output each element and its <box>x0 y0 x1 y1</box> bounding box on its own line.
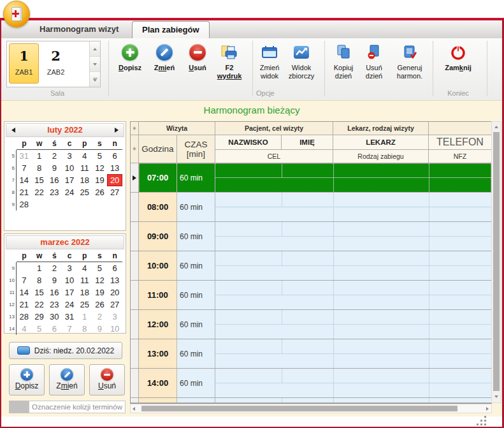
duration-cell[interactable]: 60 min <box>177 222 215 251</box>
header-rodzaj-zabiegu[interactable]: Rodzaj zabiegu <box>333 150 429 163</box>
appointment-cells[interactable] <box>215 251 491 280</box>
header-godzina[interactable]: Godzina <box>139 135 177 163</box>
generuj-harmonogram-button[interactable]: Generujharmon. <box>389 42 431 80</box>
calendar-day[interactable]: 16 <box>47 174 62 186</box>
scroll-right-icon[interactable] <box>486 404 489 413</box>
schedule-row[interactable]: 08:0060 min <box>131 193 491 222</box>
calendar-day[interactable]: 12 <box>92 274 108 286</box>
calendar-day[interactable]: 17 <box>62 174 77 186</box>
schedule-row[interactable]: 11:0060 min <box>131 281 491 310</box>
duration-cell[interactable]: 60 min <box>177 163 215 192</box>
time-cell[interactable]: 10:00 <box>139 251 177 280</box>
dropdown-button[interactable] <box>90 72 100 87</box>
calendar-day[interactable]: 11 <box>77 162 92 174</box>
appointment-cells[interactable] <box>215 369 491 397</box>
horizontal-scroll-thumb[interactable] <box>141 406 457 411</box>
calendar-day[interactable]: 1 <box>32 262 47 274</box>
calendar-day[interactable]: 18 <box>77 174 92 186</box>
time-cell[interactable] <box>139 398 177 402</box>
calendar-day[interactable]: 17 <box>62 286 77 299</box>
scroll-down-icon[interactable] <box>492 393 501 401</box>
calendar-day[interactable]: 28 <box>17 198 32 210</box>
schedule-row[interactable]: 09:0060 min <box>131 222 491 251</box>
time-cell[interactable]: 11:00 <box>139 281 177 309</box>
calendar-day[interactable]: 19 <box>92 174 108 186</box>
calendar-day[interactable]: 9 <box>47 274 62 286</box>
calendar-day[interactable]: 2 <box>47 150 62 162</box>
tab-harmonogram-wizyt[interactable]: Harmonogram wizyt <box>40 20 119 38</box>
time-cell[interactable]: 13:00 <box>139 339 177 368</box>
calendar-day[interactable]: 7 <box>62 323 77 335</box>
calendar-day[interactable]: 1 <box>77 311 92 323</box>
calendar-day[interactable]: 26 <box>92 186 108 198</box>
time-cell[interactable]: 09:00 <box>139 222 177 251</box>
tab-plan-zabiegow[interactable]: Plan zabiegów <box>132 21 210 38</box>
duration-cell[interactable] <box>177 398 215 402</box>
calendar-day[interactable]: 31 <box>62 311 77 323</box>
calendar-day[interactable]: 9 <box>47 162 62 174</box>
prev-month-button[interactable] <box>9 124 18 137</box>
calendar-day[interactable]: 21 <box>17 186 32 198</box>
calendar-day[interactable]: 6 <box>107 150 122 162</box>
calendar-day[interactable]: 8 <box>77 323 92 335</box>
time-cell[interactable]: 12:00 <box>139 310 177 339</box>
duration-cell[interactable]: 60 min <box>177 339 215 368</box>
room-zab1[interactable]: 1 ZAB1 <box>9 43 39 84</box>
calendar-day[interactable]: 27 <box>107 299 122 311</box>
calendar-day[interactable]: 24 <box>62 299 77 311</box>
header-lekarz[interactable]: LEKARZ <box>333 135 429 150</box>
schedule-row[interactable] <box>131 398 491 403</box>
calendar-day[interactable]: 16 <box>47 286 62 299</box>
calendar-day[interactable]: 10 <box>107 323 122 335</box>
calendar-day[interactable]: 5 <box>92 150 108 162</box>
duration-cell[interactable]: 60 min <box>177 369 215 397</box>
calendar-day[interactable]: 9 <box>92 323 108 335</box>
appointment-cells[interactable] <box>215 281 491 309</box>
calendar-day[interactable]: 25 <box>77 299 92 311</box>
calendar-day[interactable]: 14 <box>17 174 32 186</box>
appointment-cells[interactable] <box>215 310 491 339</box>
sidebar-zmien-button[interactable]: Zmień <box>49 364 85 395</box>
calendar-day[interactable]: 5 <box>92 262 108 274</box>
header-imie[interactable]: IMIĘ <box>282 135 333 150</box>
header-cel[interactable]: CEL <box>215 150 333 163</box>
header-nfz[interactable]: NFZ <box>429 150 491 163</box>
calendar-day[interactable]: 20 <box>107 286 122 299</box>
appointment-cells[interactable] <box>215 222 491 251</box>
calendar-day[interactable]: 5 <box>32 323 47 335</box>
time-cell[interactable]: 14:00 <box>139 369 177 397</box>
calendar-day[interactable]: 15 <box>32 174 47 186</box>
vertical-scrollbar[interactable] <box>491 121 501 403</box>
calendar-day[interactable]: 7 <box>17 162 32 174</box>
header-czas[interactable]: CZAS[min] <box>177 135 215 163</box>
calendar-day[interactable]: 30 <box>47 311 62 323</box>
f2-wydruk-button[interactable]: F2wydruk <box>209 42 250 80</box>
calendar-day[interactable]: 25 <box>77 186 92 198</box>
calendar-day[interactable]: 29 <box>32 311 47 323</box>
today-button[interactable]: Dziś: niedz. 20.02.2022 <box>9 342 122 359</box>
calendar-day[interactable]: 8 <box>32 274 47 286</box>
calendar-day[interactable]: 2 <box>47 262 62 274</box>
calendar-day[interactable]: 12 <box>92 162 108 174</box>
header-nazwisko[interactable]: NAZWISKO <box>215 135 282 150</box>
calendar-day[interactable]: 7 <box>17 274 32 286</box>
duration-cell[interactable]: 60 min <box>177 193 215 221</box>
duration-cell[interactable]: 60 min <box>177 310 215 339</box>
calendar-day[interactable]: 28 <box>17 311 32 323</box>
header-telefon[interactable]: TELEFON <box>429 135 491 150</box>
app-icon[interactable] <box>3 1 30 27</box>
calendar-day[interactable]: 22 <box>32 186 47 198</box>
calendar-day[interactable]: 23 <box>47 186 62 198</box>
calendar-day[interactable]: 27 <box>107 186 122 198</box>
header-group-lekarz[interactable]: Lekarz, rodzaj wizyty <box>333 122 429 135</box>
header-group-wizyta[interactable]: Wizyta <box>139 122 215 135</box>
calendar-day[interactable]: 8 <box>32 162 47 174</box>
calendar-day[interactable]: 19 <box>92 286 108 299</box>
schedule-row[interactable]: 13:0060 min <box>131 339 491 369</box>
calendar-day[interactable]: 3 <box>62 262 77 274</box>
duration-cell[interactable]: 60 min <box>177 251 215 280</box>
appointment-cells[interactable] <box>215 193 491 221</box>
zamknij-button[interactable]: Zamknij <box>436 42 480 72</box>
widok-zbiorczy-button[interactable]: Widokzbiorczy <box>282 42 321 80</box>
schedule-row[interactable]: 07:0060 min <box>131 163 491 193</box>
